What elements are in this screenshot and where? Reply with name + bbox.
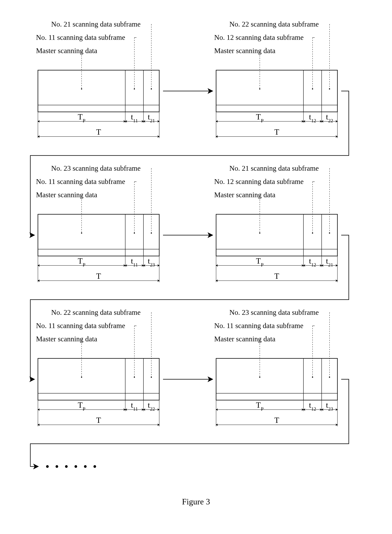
subframe1-label: No. 11 scanning data subframe	[36, 33, 125, 41]
Tp-symbol: TP	[78, 401, 85, 412]
T-symbol: T	[96, 272, 101, 281]
svg-point-53	[134, 233, 135, 234]
svg-point-9	[134, 88, 135, 89]
master-label: Master scanning data	[214, 191, 275, 199]
svg-point-119	[312, 377, 313, 378]
Tp-symbol: TP	[78, 112, 85, 123]
T-symbol: T	[96, 128, 101, 136]
master-label: Master scanning data	[36, 47, 97, 55]
figure-caption: Figure 3	[182, 497, 210, 506]
svg-rect-110	[216, 358, 337, 400]
svg-point-11	[81, 88, 82, 89]
frame-block-5: No. 22 scanning data subframeNo. 11 scan…	[36, 308, 159, 426]
svg-rect-44	[38, 214, 159, 256]
svg-rect-0	[38, 70, 159, 112]
t1-symbol: t11	[131, 112, 138, 123]
subframe2-label: No. 21 scanning data subframe	[51, 20, 141, 28]
svg-point-28	[329, 88, 330, 89]
svg-point-72	[329, 233, 330, 234]
svg-rect-66	[216, 214, 337, 256]
svg-point-50	[151, 233, 152, 234]
svg-point-116	[329, 377, 330, 378]
svg-point-33	[259, 88, 260, 89]
svg-point-55	[81, 233, 82, 234]
subframe1-label: No. 11 scanning data subframe	[36, 322, 125, 330]
svg-point-75	[312, 233, 313, 234]
subframe2-label: No. 22 scanning data subframe	[229, 20, 319, 28]
t1-symbol: t11	[131, 257, 138, 267]
svg-rect-88	[38, 358, 159, 400]
subframe2-label: No. 23 scanning data subframe	[229, 308, 319, 316]
svg-point-133	[56, 465, 58, 468]
Tp-symbol: TP	[256, 112, 263, 123]
svg-point-97	[134, 377, 135, 378]
subframe1-label: No. 11 scanning data subframe	[214, 322, 303, 330]
svg-point-94	[151, 377, 152, 378]
svg-point-121	[259, 377, 260, 378]
Tp-symbol: TP	[256, 401, 263, 412]
svg-point-77	[259, 233, 260, 234]
t1-symbol: t12	[309, 257, 316, 267]
Tp-symbol: TP	[78, 257, 85, 267]
frame-block-2: No. 22 scanning data subframeNo. 12 scan…	[214, 20, 337, 138]
svg-point-132	[46, 465, 49, 468]
svg-point-134	[65, 465, 68, 468]
svg-point-136	[84, 465, 87, 468]
svg-point-135	[75, 465, 77, 468]
svg-rect-22	[216, 70, 337, 112]
svg-point-6	[151, 88, 152, 89]
ellipsis-dots	[46, 465, 96, 468]
frame-block-4: No. 21 scanning data subframeNo. 12 scan…	[214, 164, 337, 282]
T-symbol: T	[274, 128, 279, 136]
t1-symbol: t11	[131, 401, 138, 412]
t2-symbol: t23	[148, 257, 155, 267]
svg-point-137	[93, 465, 96, 468]
subframe1-label: No. 12 scanning data subframe	[214, 178, 304, 185]
frame-block-3: No. 23 scanning data subframeNo. 11 scan…	[36, 164, 159, 282]
master-label: Master scanning data	[214, 335, 275, 343]
subframe1-label: No. 11 scanning data subframe	[36, 178, 125, 185]
Tp-symbol: TP	[256, 257, 263, 267]
t2-symbol: t22	[326, 112, 333, 123]
frame-block-6: No. 23 scanning data subframeNo. 11 scan…	[214, 308, 337, 426]
master-label: Master scanning data	[36, 191, 97, 199]
T-symbol: T	[274, 416, 279, 425]
master-label: Master scanning data	[36, 335, 97, 343]
frame-block-1: No. 21 scanning data subframeNo. 11 scan…	[36, 20, 159, 138]
arrow-6-to-more	[30, 379, 349, 467]
svg-point-31	[312, 88, 313, 89]
t1-symbol: t12	[309, 401, 316, 412]
t2-symbol: t21	[148, 112, 155, 123]
svg-point-99	[81, 377, 82, 378]
subframe2-label: No. 23 scanning data subframe	[51, 164, 141, 172]
t1-symbol: t12	[309, 112, 316, 123]
subframe2-label: No. 22 scanning data subframe	[51, 308, 141, 316]
T-symbol: T	[96, 416, 101, 425]
master-label: Master scanning data	[214, 47, 275, 55]
subframe1-label: No. 12 scanning data subframe	[214, 33, 304, 41]
t2-symbol: t23	[326, 401, 333, 412]
subframe2-label: No. 21 scanning data subframe	[229, 164, 319, 172]
t2-symbol: t22	[148, 401, 155, 412]
T-symbol: T	[274, 272, 279, 281]
t2-symbol: t21	[326, 257, 333, 267]
